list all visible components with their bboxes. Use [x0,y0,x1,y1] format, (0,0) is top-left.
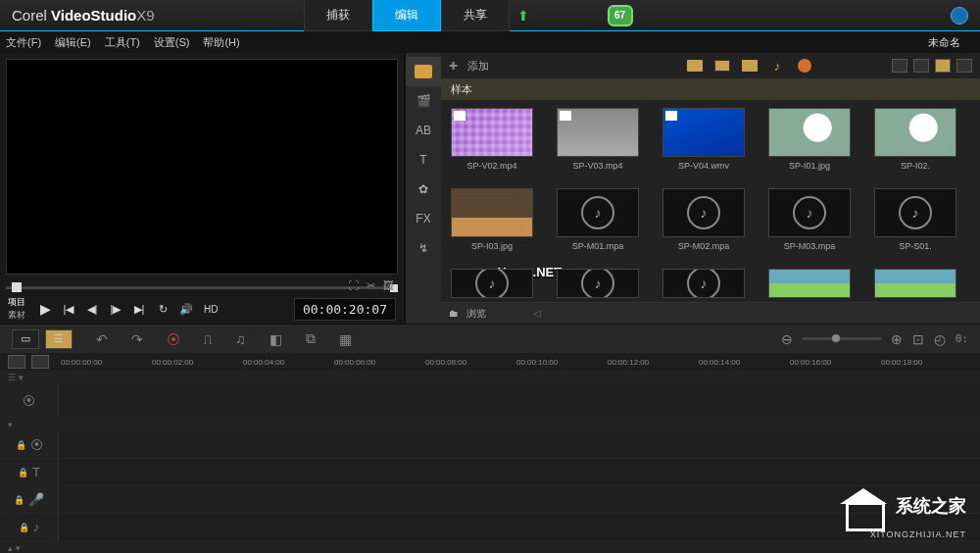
auto-music-button[interactable]: ♫ [235,331,246,347]
lib-tab-instant[interactable]: 🎬 [406,86,441,116]
play-button[interactable]: ▶ [35,299,55,319]
filter-free-button[interactable] [796,58,813,74]
zoom-in-button[interactable]: ⊕ [891,331,903,347]
tab-edit[interactable]: 编辑 [372,0,441,31]
mode-clip-label[interactable]: 素材 [8,309,25,322]
zoom-slider[interactable] [803,337,881,340]
hd-toggle[interactable]: HD [204,304,218,315]
undo-button[interactable]: ↶ [96,331,108,347]
view-sort-button[interactable] [956,59,972,73]
browse-button[interactable]: 浏览 [466,307,486,321]
scrubber-start-handle-icon[interactable] [12,282,22,292]
menu-tools[interactable]: 工具(T) [105,35,140,50]
multi-cam-button[interactable]: ▦ [339,331,352,347]
thumb-item[interactable]: SP-S01. [874,188,956,251]
upload-arrow-icon[interactable]: ⬆ [517,8,529,24]
music-track[interactable]: 🔒♪ [0,514,980,541]
library-folder-sample[interactable]: 样本 [441,78,980,100]
add-folder-button[interactable]: 添加 [467,59,489,74]
drag-handle-dots-icon[interactable]: ::::::: [2,39,31,48]
browse-icon[interactable]: 🖿 [449,308,459,319]
format-tag-icon [560,111,571,121]
project-duration-icon[interactable]: ◴ [934,331,946,347]
filter-folder-button[interactable] [686,58,704,74]
loop-button[interactable]: ↻ [153,299,172,319]
overlay-expand-row[interactable]: ▾ [0,418,980,431]
timecode-display[interactable]: 00:00:20:07 [294,298,396,321]
title-track[interactable]: 🔒T [0,459,980,486]
menu-settings[interactable]: 设置(S) [154,35,190,50]
thumb-item[interactable] [874,269,956,298]
lock-icon[interactable]: 🔒 [14,495,24,505]
thumb-item[interactable] [451,269,533,298]
ruler-mode-b-icon[interactable] [31,355,49,369]
track-expand-row[interactable]: ☰ ▾ [0,371,980,384]
menu-help[interactable]: 帮助(H) [203,35,239,50]
lib-tab-graphic[interactable]: ✿ [406,175,441,204]
notification-badge[interactable]: 67 [608,5,633,26]
goto-end-button[interactable]: ▶| [129,299,149,319]
lib-tab-filter[interactable]: FX [406,204,441,233]
lib-tab-title[interactable]: T [406,145,441,175]
ruler-mode-a-icon[interactable] [8,355,25,369]
storyboard-view-button[interactable]: ▭ [12,329,39,349]
library-pane: 🎬 AB T ✿ FX ↯ ✚ 添加 ♪ [404,53,980,324]
overlay-track-icon: ⦿ [30,437,43,452]
lib-tab-path[interactable]: ↯ [406,233,441,263]
goto-start-button[interactable]: |◀ [59,299,78,319]
thumb-item[interactable] [768,269,851,298]
lib-tab-transition[interactable]: AB [406,116,441,145]
snapshot-icon[interactable]: 🖾 [383,279,394,292]
filter-photo-button[interactable] [741,58,759,74]
video-track[interactable]: ⦿ [0,384,980,418]
preview-scrubber[interactable] [6,280,398,294]
prev-frame-button[interactable]: ◀| [82,299,102,319]
lock-icon[interactable]: 🔒 [18,468,28,478]
tab-capture[interactable]: 捕获 [304,0,372,31]
thumb-item[interactable]: SP-I03.jpg [451,188,533,251]
house-logo-icon [838,488,887,528]
timeline-ruler[interactable]: 00:00:00:00 00:00:02:00 00:00:04:00 00:0… [0,353,980,371]
view-thumb-button[interactable] [935,59,951,73]
lock-icon[interactable]: 🔒 [16,440,26,450]
thumb-item[interactable]: SP-V04.wmv [662,108,745,171]
filter-audio-button[interactable]: ♪ [768,58,786,74]
expand-icon[interactable]: ⛶ [348,279,359,292]
thumb-item[interactable]: SP-V03.mp4 [557,108,639,171]
thumb-item[interactable]: SP-M01.mpa [557,188,639,251]
account-globe-icon[interactable] [951,7,968,25]
overlay-track[interactable]: 🔒⦿ [0,431,980,459]
add-plus-icon[interactable]: ✚ [449,60,458,73]
next-frame-button[interactable]: |▶ [106,299,125,319]
thumbnail-grid: www.pHome.NET SP-V02.mp4 SP-V03.mp4 SP-V… [441,100,980,302]
record-button[interactable]: ⦿ [167,331,180,347]
thumb-item[interactable] [557,269,639,298]
filter-video-button[interactable] [713,58,731,74]
view-list-button[interactable] [892,59,907,73]
voice-track[interactable]: 🔒🎤 [0,486,980,514]
preview-video[interactable] [6,59,398,275]
lib-tab-media[interactable] [406,57,441,86]
collapse-icon[interactable]: ◁ [533,308,541,319]
volume-button[interactable]: 🔊 [176,299,196,319]
mode-project-label[interactable]: 项目 [8,296,25,309]
track-collapse-row[interactable]: ▴ ▾ [0,541,980,553]
timeline-view-button[interactable]: ☰ [45,329,73,349]
thumb-item[interactable]: SP-I01.jpg [768,108,851,171]
tab-share[interactable]: 共享 [441,0,510,31]
track-motion-button[interactable]: ◧ [270,331,282,347]
menu-edit[interactable]: 编辑(E) [55,35,91,50]
thumb-item[interactable]: SP-M03.mpa [768,188,851,251]
redo-button[interactable]: ↷ [131,331,143,347]
subtitle-button[interactable]: ⧉ [306,330,316,347]
zoom-out-button[interactable]: ⊖ [781,331,793,347]
thumb-item[interactable]: SP-I02. [874,108,956,171]
thumb-item[interactable]: SP-M02.mpa [662,188,745,251]
thumb-item[interactable] [662,269,745,298]
audio-mixer-button[interactable]: ⎍ [204,331,212,347]
thumb-item[interactable]: SP-V02.mp4 [451,108,533,171]
cut-icon[interactable]: ✂ [367,279,375,292]
lock-icon[interactable]: 🔒 [19,523,29,532]
fit-project-button[interactable]: ⊡ [912,331,924,347]
view-details-button[interactable] [913,59,929,73]
